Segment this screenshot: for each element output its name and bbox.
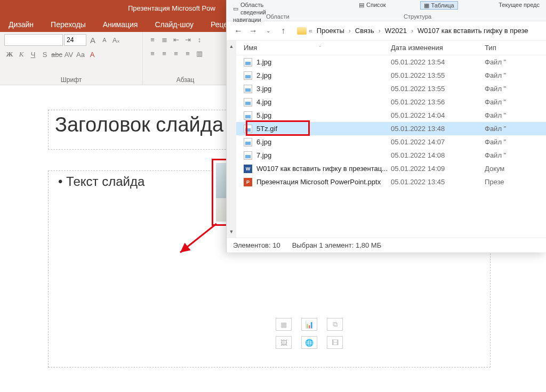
- bold-button[interactable]: Ж: [4, 49, 15, 60]
- image-file-icon: [244, 138, 252, 146]
- crumb-w0107[interactable]: W0107 как вставить гифку в презе: [415, 27, 531, 35]
- file-date: 05.01.2022 13:48: [391, 125, 485, 133]
- insert-table-icon[interactable]: ▦: [276, 318, 292, 331]
- file-name: 7.jpg: [256, 151, 271, 159]
- nav-forward-icon[interactable]: →: [247, 24, 260, 37]
- change-case-button[interactable]: Aa: [75, 49, 86, 60]
- file-name: 2.jpg: [256, 71, 271, 79]
- file-date: 05.01.2022 13:45: [391, 178, 485, 186]
- status-item-count: Элементов: 10: [233, 241, 280, 249]
- align-left-icon[interactable]: ≡: [147, 48, 158, 59]
- ribbon-group-paragraph: ≡ ≣ ⇤ ⇥ ↕ ≡ ≡ ≡ ≡ ▥ Абзац: [143, 32, 228, 85]
- insert-smartart-icon[interactable]: ⧉: [327, 318, 343, 331]
- file-row[interactable]: 6.jpg05.01.2022 14:07Файл ": [236, 135, 546, 149]
- line-spacing-icon[interactable]: ↕: [194, 34, 205, 45]
- file-row[interactable]: 5.jpg05.01.2022 14:04Файл ": [236, 109, 546, 122]
- file-row[interactable]: WW0107 как вставить гифку в презентац...…: [236, 162, 546, 175]
- insert-video-icon[interactable]: 🎞: [327, 336, 343, 349]
- explorer-nav-bar: ← → ⌄ ↑ « Проекты › Связь › W2021 › W010…: [227, 21, 546, 40]
- file-name: 4.jpg: [256, 98, 271, 106]
- file-type: Файл ": [485, 71, 546, 79]
- char-spacing-button[interactable]: AV: [63, 49, 74, 60]
- content-placeholder-icons: ▦ 📊 ⧉ 🖼 🌐 🎞: [276, 318, 343, 349]
- image-file-icon: [244, 151, 252, 160]
- scroll-up-icon[interactable]: ▲: [228, 43, 235, 50]
- nav-back-icon[interactable]: ←: [232, 24, 245, 37]
- insert-chart-icon[interactable]: 📊: [301, 318, 317, 331]
- layout-list[interactable]: ▤ Список: [359, 1, 386, 9]
- bullets-icon[interactable]: ≡: [147, 34, 158, 45]
- file-date: 05.01.2022 14:09: [391, 165, 485, 173]
- file-date: 05.01.2022 13:56: [391, 98, 485, 106]
- nav-up-icon[interactable]: ↑: [277, 24, 290, 37]
- tab-slideshow[interactable]: Слайд-шоу: [146, 17, 202, 32]
- increase-font-icon[interactable]: A: [87, 35, 98, 45]
- file-row[interactable]: 1.jpg05.01.2022 13:54Файл ": [236, 55, 546, 69]
- layout-table[interactable]: ▦ Таблица: [420, 1, 458, 10]
- tab-transitions[interactable]: Переходы: [42, 17, 94, 32]
- align-justify-icon[interactable]: ≡: [182, 48, 193, 59]
- ppt-window-title: Презентация Microsoft Pow: [128, 4, 215, 12]
- file-type: Докум: [485, 165, 546, 173]
- file-row[interactable]: 3.jpg05.01.2022 13:55Файл ": [236, 82, 546, 95]
- file-name: Презентация Microsoft PowerPoint.pptx: [256, 178, 381, 186]
- powerpoint-file-icon: P: [244, 178, 252, 186]
- insert-picture-icon[interactable]: 🖼: [276, 336, 292, 349]
- font-color-button[interactable]: A: [87, 49, 98, 60]
- sort-indicator-icon: ˄: [319, 45, 322, 51]
- file-row[interactable]: 5Tz.gif05.01.2022 13:48Файл ": [236, 122, 546, 135]
- col-date-label[interactable]: Дата изменения: [391, 44, 485, 52]
- file-date: 05.01.2022 14:04: [391, 111, 485, 119]
- crumb-overflow-icon[interactable]: «: [309, 27, 312, 35]
- file-row[interactable]: 2.jpg05.01.2022 13:55Файл ": [236, 69, 546, 82]
- strike-button[interactable]: abc: [51, 49, 62, 60]
- file-row[interactable]: 7.jpg05.01.2022 14:08Файл ": [236, 149, 546, 162]
- file-type: Презе: [485, 178, 546, 186]
- indent-dec-icon[interactable]: ⇤: [171, 34, 181, 45]
- file-name: 3.jpg: [256, 85, 271, 93]
- tab-design[interactable]: Дизайн: [0, 17, 42, 32]
- file-type: Файл ": [485, 151, 546, 159]
- shadow-button[interactable]: S: [39, 49, 50, 60]
- insert-online-picture-icon[interactable]: 🌐: [301, 336, 317, 349]
- file-name: 6.jpg: [256, 138, 271, 146]
- file-date: 05.01.2022 13:55: [391, 85, 485, 93]
- explorer-file-list[interactable]: Имя ˄ Дата изменения Тип 1.jpg05.01.2022…: [236, 40, 546, 238]
- align-center-icon[interactable]: ≡: [159, 48, 170, 59]
- decrease-font-icon[interactable]: A: [99, 35, 110, 45]
- tab-animations[interactable]: Анимация: [94, 17, 147, 32]
- italic-button[interactable]: К: [16, 49, 27, 60]
- file-explorer-window[interactable]: ▭ Область сведений навигации Области ▤ С…: [226, 0, 546, 252]
- crumb-w2021[interactable]: W2021: [383, 27, 409, 35]
- clear-format-icon[interactable]: Aₓ: [111, 35, 122, 45]
- align-right-icon[interactable]: ≡: [171, 48, 181, 59]
- columns-icon[interactable]: ▥: [194, 48, 205, 59]
- file-row[interactable]: 4.jpg05.01.2022 13:56Файл ": [236, 95, 546, 109]
- scroll-down-icon[interactable]: ▼: [228, 228, 235, 235]
- file-name: 5.jpg: [256, 111, 271, 119]
- file-type: Файл ": [485, 98, 546, 106]
- ribbon-group-para-label: Абзац: [143, 76, 228, 84]
- image-file-icon: [244, 71, 252, 80]
- ribbon-group-font: A A Aₓ Ж К Ч S abc AV Aa A Шрифт: [0, 32, 143, 85]
- explorer-status-bar: Элементов: 10 Выбран 1 элемент: 1,80 МБ: [227, 238, 546, 252]
- font-name-combo[interactable]: [4, 34, 63, 46]
- indent-inc-icon[interactable]: ⇥: [182, 34, 193, 45]
- numbering-icon[interactable]: ≣: [159, 34, 170, 45]
- status-selection: Выбран 1 элемент: 1,80 МБ: [292, 241, 382, 249]
- crumb-svyaz[interactable]: Связь: [353, 27, 376, 35]
- explorer-column-headers[interactable]: Имя ˄ Дата изменения Тип: [236, 40, 546, 55]
- title-text: Заголовок слайда: [55, 113, 223, 136]
- col-type-label[interactable]: Тип: [485, 44, 546, 52]
- underline-button[interactable]: Ч: [28, 49, 38, 60]
- font-size-combo[interactable]: [64, 34, 86, 46]
- image-file-icon: [244, 85, 252, 93]
- nav-recent-icon[interactable]: ⌄: [262, 24, 275, 37]
- structure-group-label: Структура: [404, 13, 431, 20]
- col-name-label[interactable]: Имя: [244, 44, 257, 52]
- ribbon-group-font-label: Шрифт: [0, 76, 142, 84]
- crumb-projects[interactable]: Проекты: [315, 27, 347, 35]
- explorer-left-scrollbar[interactable]: ▲ ▼: [227, 40, 236, 238]
- file-type: Файл ": [485, 125, 546, 133]
- file-row[interactable]: PПрезентация Microsoft PowerPoint.pptx05…: [236, 175, 546, 189]
